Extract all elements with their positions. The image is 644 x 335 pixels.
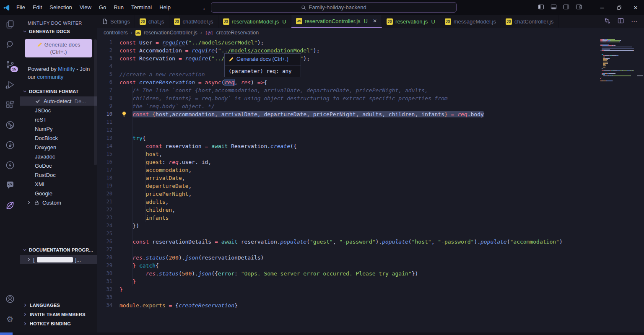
menu-go[interactable]: Go — [95, 0, 110, 15]
code-line[interactable]: 14 const reservation = await Reservation… — [97, 142, 644, 150]
menu-run[interactable]: Run — [110, 0, 127, 15]
format-option-jsdoc[interactable]: JSDoc — [20, 106, 97, 115]
minimize-button[interactable]: ─ — [594, 0, 610, 15]
breadcrumb-folder[interactable]: controllers — [104, 30, 128, 36]
split-editor-icon[interactable] — [618, 18, 624, 25]
code-line[interactable]: 27 — [97, 246, 644, 254]
settings-gear-icon[interactable]: ⚙ — [3, 312, 17, 326]
format-option-google[interactable]: Google — [20, 189, 97, 198]
code-editor[interactable]: 1const User = require("../models/userMod… — [97, 38, 644, 332]
source-control-icon[interactable]: 15 — [3, 58, 17, 71]
tab-settings[interactable]: Settings — [97, 15, 135, 28]
menu-file[interactable]: File — [13, 0, 29, 15]
thunder-client-icon[interactable] — [3, 158, 17, 172]
format-option-custom[interactable]: Custom — [20, 198, 97, 207]
run-debug-icon[interactable] — [3, 78, 17, 91]
format-option-auto-detect[interactable]: Auto-detectDe... — [20, 96, 97, 106]
editor-scrollbar[interactable] — [638, 38, 644, 332]
restore-button[interactable] — [610, 0, 627, 15]
progress-item[interactable]: [ ]... — [20, 255, 97, 264]
format-option-docblock[interactable]: DocBlock — [20, 133, 97, 143]
tab-chatcontroller.js[interactable]: JSchatController.js — [501, 15, 558, 28]
toggle-secondary-sidebar-icon[interactable] — [563, 4, 569, 12]
menu-terminal[interactable]: Terminal — [127, 0, 156, 15]
code-line[interactable]: 2const Accommodation = require("../model… — [97, 47, 644, 55]
lightbulb-icon[interactable] — [121, 111, 127, 117]
generate-docs-button[interactable]: Generate docs (Ctrl+.) — [25, 39, 92, 57]
close-button[interactable]: ✕ — [627, 0, 644, 15]
code-line[interactable]: 17 accommodation, — [97, 166, 644, 174]
code-line[interactable]: 19 departureDate, — [97, 182, 644, 190]
code-chat-icon[interactable] — [3, 179, 17, 192]
command-center-search[interactable]: Family-holiday-backend — [211, 2, 457, 13]
git-graph-icon[interactable] — [3, 118, 17, 132]
code-line[interactable]: 8 children, infants} = req.body` is usin… — [97, 94, 644, 102]
section-docstring-format[interactable]: DOCSTRING FORMAT — [20, 86, 97, 96]
code-line[interactable]: 15 host, — [97, 150, 644, 158]
code-line[interactable]: 30 res.status(500).json({error: "Oops. S… — [97, 270, 644, 278]
close-tab-icon[interactable]: ✕ — [373, 18, 377, 24]
tooltip-generate-docs-action[interactable]: Generate docs (Ctrl+.) — [225, 54, 301, 65]
section-generate-docs[interactable]: GENERATE DOCS — [20, 26, 97, 36]
code-line[interactable]: 6const createReservation = async(req, re… — [97, 78, 644, 86]
sidebar-scrollbar[interactable] — [94, 39, 97, 165]
explorer-icon[interactable] — [3, 18, 17, 31]
code-line[interactable]: 9 the `req.body` object. */ — [97, 102, 644, 110]
code-line[interactable]: 29 } catch{ — [97, 262, 644, 270]
menu-selection[interactable]: Selection — [46, 0, 75, 15]
format-option-javadoc[interactable]: Javadoc — [20, 152, 97, 161]
tab-chat.js[interactable]: JSchat.js — [135, 15, 169, 28]
menu-view[interactable]: View — [76, 0, 95, 15]
toggle-panel-icon[interactable] — [551, 4, 557, 12]
code-line[interactable]: 11 — [97, 118, 644, 126]
extensions-icon[interactable] — [3, 98, 17, 112]
section-languages[interactable]: LANGUAGES — [20, 301, 97, 310]
format-option-rustdoc[interactable]: RustDoc — [20, 170, 97, 179]
menu-help[interactable]: Help — [156, 0, 174, 15]
more-actions-icon[interactable]: ⋯ — [631, 18, 637, 25]
code-line[interactable]: 1const User = require("../models/userMod… — [97, 39, 644, 47]
code-line[interactable]: 20 pricePerNight, — [97, 190, 644, 198]
tab-reservation.js[interactable]: JSreservation.jsU — [382, 15, 440, 28]
code-line[interactable]: 3const Reservation = require("../models/… — [97, 55, 644, 62]
code-line[interactable]: 23 infants — [97, 214, 644, 222]
open-changes-icon[interactable] — [604, 18, 610, 25]
code-line[interactable]: 28 res.status(200).json(reservationDetai… — [97, 254, 644, 262]
code-line[interactable]: 32} — [97, 286, 644, 293]
breadcrumb-file[interactable]: reservationController.js — [144, 30, 197, 36]
code-line[interactable]: 25 — [97, 230, 644, 238]
code-line[interactable]: 31 } — [97, 278, 644, 286]
code-line[interactable]: 12 — [97, 126, 644, 134]
breadcrumb-symbol[interactable]: createReservation — [216, 30, 259, 36]
code-line[interactable]: 7 /* The line `const {host,accommodation… — [97, 86, 644, 94]
code-line[interactable]: 13 try{ — [97, 134, 644, 142]
menu-edit[interactable]: Edit — [29, 0, 46, 15]
community-link[interactable]: community — [37, 74, 63, 80]
mintlify-icon[interactable] — [3, 199, 17, 212]
code-line[interactable]: 21 adults, — [97, 198, 644, 206]
back-button[interactable]: ← — [202, 4, 208, 11]
history-icon[interactable] — [3, 138, 17, 152]
mintlify-link[interactable]: Mintlify — [58, 66, 75, 72]
toggle-primary-sidebar-icon[interactable] — [538, 4, 544, 12]
code-line[interactable]: 5//create a new reservation — [97, 70, 644, 78]
search-icon[interactable] — [3, 38, 17, 51]
code-line[interactable]: 24 }) — [97, 222, 644, 230]
code-line[interactable]: 18 arrivalDate, — [97, 174, 644, 182]
code-line[interactable]: 4 — [97, 62, 644, 70]
format-option-numpy[interactable]: NumPy — [20, 124, 97, 133]
section-documentation-progress[interactable]: DOCUMENTATION PROGR... — [20, 245, 97, 255]
code-line[interactable]: 22 children, — [97, 206, 644, 214]
code-line[interactable]: 10 const {host,accommodation, arrivalDat… — [97, 110, 644, 118]
code-line[interactable]: 33 — [97, 293, 644, 301]
code-line[interactable]: 34module.exports = {createReservation} — [97, 301, 644, 309]
account-icon[interactable] — [3, 292, 17, 306]
tab-reservationmodel.js[interactable]: JSreservationModel.jsU — [218, 15, 291, 28]
format-option-godoc[interactable]: GoDoc — [20, 161, 97, 170]
section-hotkey-binding[interactable]: HOTKEY BINDING — [20, 319, 97, 328]
format-option-doxygen[interactable]: Doxygen — [20, 143, 97, 152]
customize-layout-icon[interactable] — [576, 4, 582, 12]
tab-reservationcontroller.js[interactable]: JSreservationController.jsU✕ — [291, 15, 382, 28]
minimap[interactable] — [600, 39, 634, 82]
tab-messagemodel.js[interactable]: JSmessageModel.js — [440, 15, 501, 28]
